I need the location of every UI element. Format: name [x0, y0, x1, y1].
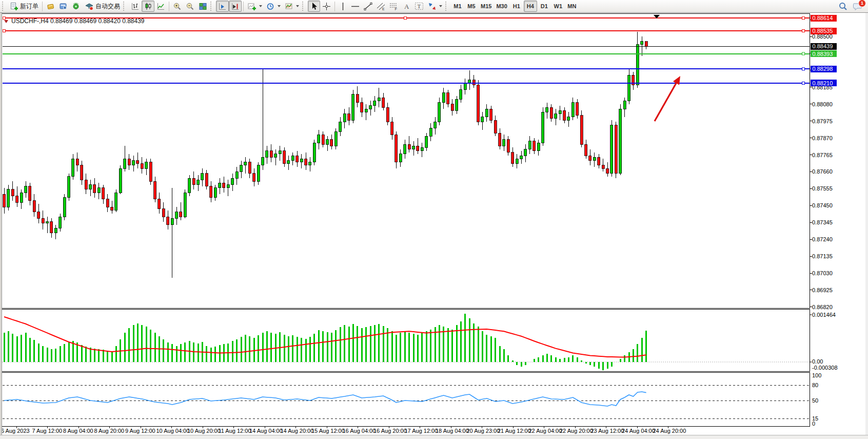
svg-text:0.88080: 0.88080 — [812, 101, 833, 107]
cursor-button[interactable] — [308, 1, 320, 12]
svg-text:16 Aug 20:00: 16 Aug 20:00 — [373, 428, 407, 434]
tile-windows-icon — [199, 2, 207, 11]
equidistant-channel-icon: E — [377, 2, 385, 11]
svg-text:0.88439: 0.88439 — [813, 43, 833, 49]
chart-panels — [2, 14, 810, 427]
svg-text:0.87345: 0.87345 — [812, 219, 833, 225]
svg-text:9 Aug 12:00: 9 Aug 12:00 — [125, 428, 155, 434]
equidistant-channel-button[interactable]: E — [374, 1, 387, 12]
level-handle[interactable] — [3, 17, 6, 20]
auto-scroll-icon — [218, 2, 227, 11]
toolbar-drag-grip[interactable] — [210, 2, 214, 11]
search-icon — [838, 2, 847, 11]
vertical-line-button[interactable] — [337, 1, 349, 12]
svg-text:22 Aug 04:00: 22 Aug 04:00 — [529, 428, 562, 434]
trendline-button[interactable] — [362, 1, 374, 12]
text-button[interactable]: A — [400, 1, 412, 12]
navigator-button[interactable] — [70, 1, 83, 12]
window-right-edge — [865, 13, 868, 435]
search-button[interactable] — [836, 1, 850, 12]
toolbar-separator — [243, 2, 244, 11]
svg-text:0.87660: 0.87660 — [812, 168, 833, 175]
price-chart-canvas[interactable]: 0.886050.885000.883950.882900.881850.880… — [0, 0, 868, 439]
svg-text:0.87135: 0.87135 — [812, 253, 833, 259]
window-bottom-scrollbar[interactable] — [0, 435, 868, 439]
text-label-button[interactable]: T — [412, 1, 426, 12]
svg-text:50: 50 — [812, 397, 818, 404]
vertical-line-icon — [340, 2, 346, 11]
line-chart-icon — [156, 2, 165, 11]
timeframe-button-h4[interactable]: H4 — [524, 1, 537, 12]
periods-button[interactable] — [264, 1, 283, 12]
svg-text:0.87030: 0.87030 — [812, 270, 833, 276]
auto-trading-label: 自动交易 — [95, 2, 120, 11]
timeframe-button-m5[interactable]: M5 — [465, 1, 478, 12]
zoom-in-button[interactable] — [171, 1, 184, 12]
svg-text:0.88393: 0.88393 — [813, 51, 833, 57]
svg-text:0.87555: 0.87555 — [812, 185, 833, 192]
svg-text:7 Aug 12:00: 7 Aug 12:00 — [32, 428, 63, 434]
level-handle[interactable] — [802, 30, 805, 32]
macd-axis: 0.0014640.00-0.000308 — [810, 312, 838, 371]
candlestick-chart-button[interactable] — [142, 1, 154, 12]
toolbar-separator — [334, 2, 335, 11]
timeframe-button-m15[interactable]: M15 — [479, 1, 494, 12]
svg-text:17 Aug 12:00: 17 Aug 12:00 — [405, 428, 438, 434]
data-window-icon — [59, 2, 68, 11]
horizontal-line-button[interactable] — [349, 1, 362, 12]
chart-shift-button[interactable] — [229, 1, 242, 12]
arrows-dropdown-caret[interactable] — [439, 5, 442, 7]
toolbar-drag-grip[interactable] — [302, 2, 306, 11]
svg-text:20 Aug 23:00: 20 Aug 23:00 — [467, 428, 500, 434]
indicators-dropdown-caret[interactable] — [259, 5, 262, 7]
templates-dropdown-caret[interactable] — [296, 5, 299, 7]
indicators-button[interactable] — [245, 1, 264, 12]
svg-text:8 Aug 04:00: 8 Aug 04:00 — [63, 428, 93, 434]
svg-text:-0.000308: -0.000308 — [812, 365, 838, 371]
timeframe-button-m30[interactable]: M30 — [494, 1, 509, 12]
zoom-out-button[interactable] — [184, 1, 196, 12]
svg-text:24 Aug 20:00: 24 Aug 20:00 — [653, 428, 686, 434]
svg-text:T: T — [418, 3, 421, 9]
arrows-shapes-button[interactable] — [426, 1, 444, 12]
svg-text:23 Aug 12:00: 23 Aug 12:00 — [591, 428, 624, 434]
timeframe-button-w1[interactable]: W1 — [551, 1, 565, 12]
periods-dropdown-caret[interactable] — [278, 5, 281, 7]
zoom-in-icon — [173, 2, 182, 11]
level-handle[interactable] — [802, 17, 805, 20]
templates-button[interactable] — [283, 1, 301, 12]
new-order-button[interactable]: 新订单 — [8, 1, 41, 12]
svg-text:0.86820: 0.86820 — [812, 304, 833, 310]
timeframe-button-m1[interactable]: M1 — [451, 1, 464, 12]
auto-trading-button[interactable]: 自动交易 — [83, 1, 122, 12]
market-watch-icon — [46, 2, 55, 11]
bar-chart-button[interactable] — [129, 1, 142, 12]
timeframe-button-d1[interactable]: D1 — [538, 1, 551, 12]
notifications-button[interactable]: 1 — [853, 2, 863, 11]
level-handle[interactable] — [404, 17, 407, 20]
line-chart-button[interactable] — [154, 1, 167, 12]
level-handle[interactable] — [802, 52, 805, 55]
svg-text:0.87765: 0.87765 — [812, 152, 833, 158]
chart-window[interactable]: 0.886050.885000.883950.882900.881850.880… — [0, 0, 868, 439]
timeframe-button-mn[interactable]: MN — [565, 1, 579, 12]
data-window-button[interactable] — [57, 1, 70, 12]
svg-text:24 Aug 04:00: 24 Aug 04:00 — [622, 428, 655, 434]
crosshair-button[interactable] — [320, 1, 333, 12]
toolbar-drag-grip[interactable] — [2, 2, 6, 11]
timeframe-button-h1[interactable]: H1 — [510, 1, 523, 12]
toolbar-drag-grip[interactable] — [445, 2, 449, 11]
level-handle[interactable] — [3, 30, 6, 32]
level-handle[interactable] — [802, 82, 805, 84]
svg-text:0.88500: 0.88500 — [812, 33, 833, 40]
tile-windows-button[interactable] — [196, 1, 209, 12]
svg-text:22 Aug 20:00: 22 Aug 20:00 — [560, 428, 593, 434]
level-handle[interactable] — [802, 68, 805, 70]
zoom-out-icon — [186, 2, 194, 11]
toolbar-drag-grip[interactable] — [123, 2, 127, 11]
fibonacci-icon: F — [389, 2, 398, 11]
auto-scroll-button[interactable] — [216, 1, 229, 12]
market-watch-button[interactable] — [44, 1, 57, 12]
fibonacci-button[interactable]: F — [387, 1, 400, 12]
svg-text:6 Aug 2023: 6 Aug 2023 — [1, 428, 30, 434]
